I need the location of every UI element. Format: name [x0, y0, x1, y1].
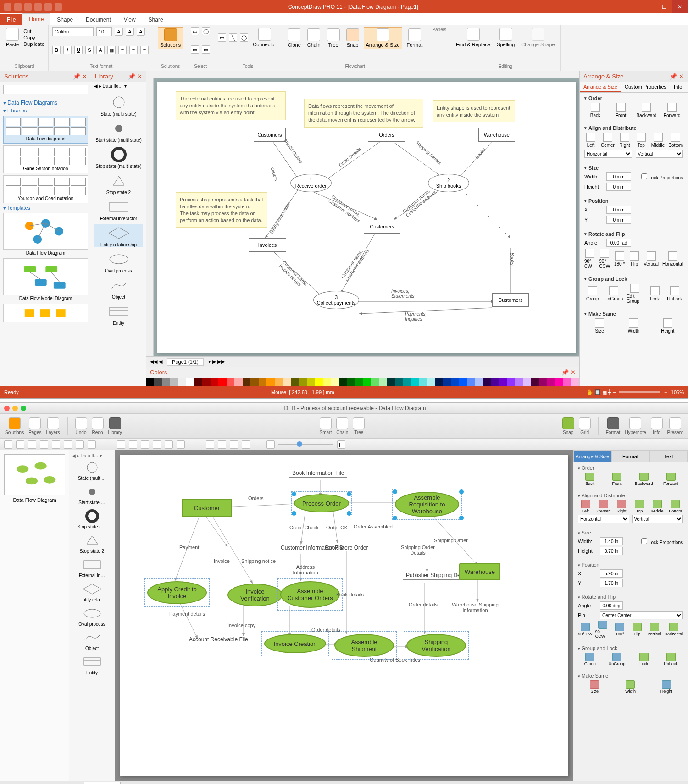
m-rot-ccw[interactable]: 90° CCW [595, 621, 610, 639]
chain-button[interactable]: Chain [305, 28, 322, 49]
zoom-icon[interactable] [218, 440, 226, 449]
clear-format-icon[interactable]: A [137, 28, 145, 36]
arrange-size-button[interactable]: Arrange & Size [364, 27, 402, 49]
tab-home[interactable]: Home [22, 13, 50, 25]
order-front[interactable]: Front [610, 103, 632, 118]
color-swatch[interactable] [259, 378, 266, 386]
node-assemble-cust[interactable]: Assemble Customer Orders [280, 581, 340, 608]
flip-v[interactable]: Vertical [644, 251, 659, 267]
mlib-start[interactable]: Start state … [71, 484, 113, 505]
m-group[interactable]: Group [578, 653, 602, 666]
align-center[interactable]: Center [601, 133, 615, 148]
snap-button[interactable]: Snap [344, 28, 361, 49]
tb-solutions[interactable]: Solutions [5, 417, 24, 435]
same-size[interactable]: Size [584, 318, 615, 334]
m-lock[interactable]: Lock [632, 653, 656, 666]
section-group[interactable]: Group and Lock [584, 276, 683, 282]
m-flip[interactable]: Flip [630, 623, 644, 636]
m-rot-180[interactable]: 180° [612, 623, 627, 636]
lib-stop-state[interactable]: Stop state (multi state) [94, 145, 143, 169]
align-right-icon[interactable]: ≡ [140, 46, 149, 54]
shape-collect-payments[interactable]: 3Collect payments [313, 291, 359, 309]
color-swatch[interactable] [250, 378, 258, 386]
lib-external[interactable]: External interactor [94, 198, 143, 221]
panel-pin-icon[interactable]: 📌 ✕ [670, 73, 684, 80]
color-swatch[interactable] [323, 378, 331, 386]
node-warehouse[interactable]: Warehouse [459, 563, 500, 580]
tb-present[interactable]: Present [667, 417, 683, 435]
msection-group[interactable]: Group and Lock [578, 645, 683, 651]
m-unlock[interactable]: UnLock [659, 653, 683, 666]
mlib-stop[interactable]: Stop state ( … [71, 508, 113, 529]
select-icon[interactable]: ▭ [202, 45, 210, 54]
duplicate-button[interactable]: Duplicate [23, 41, 44, 47]
mac-page[interactable]: Book Information File Customer Informati… [120, 455, 568, 776]
m-align-bottom[interactable]: Bottom [668, 500, 683, 513]
x-input[interactable] [606, 206, 631, 214]
color-swatch[interactable] [363, 378, 371, 386]
msection-same[interactable]: Make Same [578, 673, 683, 678]
unlock-btn[interactable]: UnLock [666, 286, 683, 301]
align-left-icon[interactable]: ≡ [118, 46, 127, 54]
section-same[interactable]: Make Same [584, 311, 683, 317]
shrink-font-icon[interactable]: A [126, 28, 134, 36]
color-swatch[interactable] [411, 378, 419, 386]
mlib-state[interactable]: State (mult … [71, 459, 113, 481]
zoom-out-icon[interactable]: − [266, 440, 275, 449]
mac-zoom-button[interactable] [21, 406, 26, 411]
color-swatch[interactable] [162, 378, 170, 386]
copy-button[interactable]: Copy [23, 35, 44, 40]
italic-button[interactable]: I [63, 46, 72, 54]
m-align-right[interactable]: Right [614, 500, 629, 513]
color-swatch[interactable] [443, 378, 451, 386]
flip-h[interactable]: Horizontal [662, 251, 683, 267]
store-bookstore[interactable]: Book Store Order [322, 545, 371, 552]
lasso-icon[interactable]: ◯ [202, 27, 210, 35]
template-thumb[interactable] [3, 213, 88, 250]
color-swatch[interactable] [331, 378, 338, 386]
page-nav-prev[interactable]: ◀◀ ◀ [150, 359, 162, 365]
node-customer[interactable]: Customer [182, 499, 232, 517]
lib-object[interactable]: Object [94, 276, 143, 300]
grow-font-icon[interactable]: A [115, 28, 123, 36]
color-swatch[interactable] [211, 378, 218, 386]
tool-icon[interactable] [76, 440, 84, 449]
node-assemble-ship[interactable]: Assemble Shipment [334, 634, 394, 657]
lib-stop-state2[interactable]: Stop state 2 [94, 172, 143, 195]
tb-library[interactable]: Library [108, 417, 122, 435]
template-thumb[interactable] [3, 304, 88, 322]
align-left[interactable]: Left [584, 133, 597, 148]
color-swatch[interactable] [315, 378, 322, 386]
same-height[interactable]: Height [653, 318, 683, 334]
color-swatch[interactable] [218, 378, 226, 386]
ellipse-tool-icon[interactable]: ◯ [240, 33, 248, 42]
strike-button[interactable]: S [85, 46, 94, 54]
color-swatch[interactable] [427, 378, 435, 386]
color-swatch[interactable] [299, 378, 306, 386]
m-same-width[interactable]: Width [614, 680, 647, 694]
dist-v-select[interactable]: Vertical [636, 150, 683, 158]
tool-icon[interactable] [64, 440, 72, 449]
tab-file[interactable]: File [0, 14, 22, 25]
node-process-order[interactable]: Process Order [294, 494, 349, 512]
section-align[interactable]: Align and Distribute [584, 125, 683, 131]
node-invoice-creation[interactable]: Invoice Creation [264, 634, 326, 653]
color-swatch[interactable] [555, 378, 563, 386]
tree-button[interactable]: Tree [325, 28, 342, 49]
mac-zoom-select[interactable]: Custom 96% [84, 782, 121, 784]
color-swatch[interactable] [403, 378, 411, 386]
tb-undo[interactable]: Undo [75, 417, 87, 435]
solutions-button[interactable]: Solutions [158, 27, 183, 49]
node-assemble-req[interactable]: Assemble Requisition to Warehouse [395, 492, 459, 517]
tab-share[interactable]: Share [142, 14, 170, 25]
lock-btn[interactable]: Lock [647, 286, 663, 301]
m-front[interactable]: Front [605, 473, 629, 486]
color-swatch[interactable] [234, 378, 242, 386]
bold-button[interactable]: B [52, 46, 61, 54]
mlib-entityrel[interactable]: Entity rela… [71, 581, 113, 602]
tb-snap[interactable]: Snap [562, 417, 574, 435]
lib-block-yourdon[interactable]: Yourdon and Coad notation [3, 175, 88, 203]
mac-lib-breadcrumb[interactable]: ◀ ▸ Data fl… ▾ [71, 452, 113, 459]
color-swatch[interactable] [371, 378, 379, 386]
order-back[interactable]: Back [584, 103, 606, 118]
